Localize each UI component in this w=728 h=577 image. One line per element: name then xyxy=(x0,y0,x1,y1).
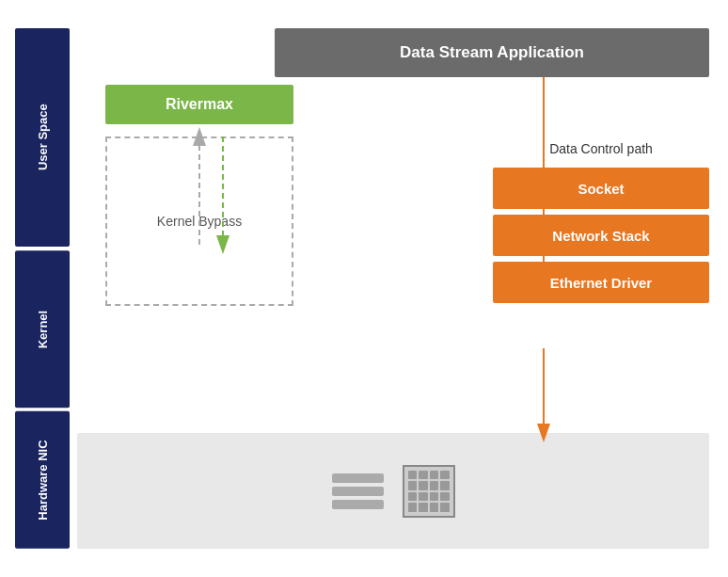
hw-bar-3 xyxy=(332,500,384,509)
hardware-chip-icon xyxy=(403,465,455,518)
ethernet-driver-box: Ethernet Driver xyxy=(493,262,709,303)
network-stack-label: Network Stack xyxy=(552,228,649,244)
diagram-container: User Space Kernel Hardware NIC Data Stre… xyxy=(0,0,728,577)
hardware-bars-icon xyxy=(332,473,384,509)
app-title: Data Stream Application xyxy=(400,43,584,62)
hw-bar-2 xyxy=(332,487,384,496)
right-stack: Data Control path Socket Network Stack E… xyxy=(493,141,709,309)
ethernet-driver-label: Ethernet Driver xyxy=(550,275,652,291)
socket-label: Socket xyxy=(578,181,624,197)
rivermax-label: Rivermax xyxy=(166,96,233,113)
main-area: Data Stream Application Rivermax Kernel … xyxy=(77,28,709,549)
data-control-label: Data Control path xyxy=(493,141,709,156)
sidebar-section-hardware-nic: Hardware NIC xyxy=(15,411,70,549)
sidebar: User Space Kernel Hardware NIC xyxy=(15,28,70,549)
sidebar-label-kernel: Kernel xyxy=(36,311,50,348)
bypass-box: Kernel Bypass xyxy=(105,136,293,306)
sidebar-section-user-space: User Space xyxy=(15,28,70,247)
app-box: Data Stream Application xyxy=(275,28,709,77)
sidebar-section-kernel: Kernel xyxy=(15,250,70,408)
sidebar-label-hardware-nic: Hardware NIC xyxy=(36,441,50,521)
hw-bar-1 xyxy=(332,473,384,483)
bypass-label: Kernel Bypass xyxy=(157,214,242,229)
hardware-nic-area xyxy=(77,433,709,549)
network-stack-box: Network Stack xyxy=(493,215,709,256)
socket-box: Socket xyxy=(493,168,709,209)
rivermax-box: Rivermax xyxy=(105,85,293,124)
sidebar-label-user-space: User Space xyxy=(36,104,50,171)
user-space-area: Rivermax Kernel Bypass Data Control path… xyxy=(77,85,709,311)
